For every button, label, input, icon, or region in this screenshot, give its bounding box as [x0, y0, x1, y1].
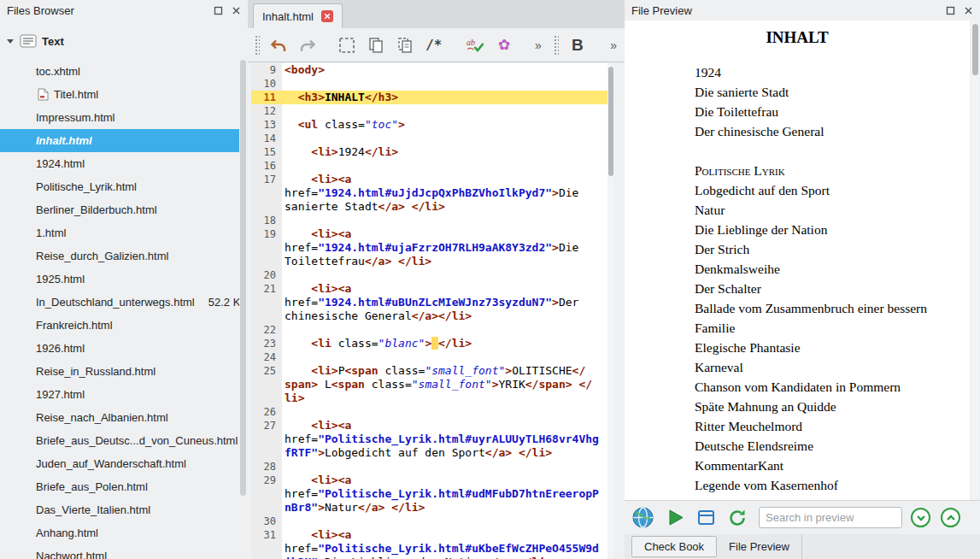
- file-item[interactable]: Reise_nach_Albanien.html: [0, 406, 239, 429]
- code-line[interactable]: 30: [251, 515, 607, 528]
- preview-toc-link[interactable]: Der Strich: [695, 239, 968, 259]
- search-input[interactable]: [759, 507, 902, 528]
- preview-toc-link[interactable]: Elegische Phantasie: [695, 338, 968, 357]
- file-item[interactable]: Anhang.html: [0, 521, 239, 544]
- code-line[interactable]: 15 <li>1924</li>: [251, 145, 607, 159]
- preview-toc-link[interactable]: Ballade vom Zusammenbruch einer bessern …: [695, 298, 968, 338]
- preview-toc-link[interactable]: Deutsche Elendsreime: [695, 436, 968, 456]
- preview-toc-link[interactable]: Chanson vom Kandidaten in Pommern: [695, 377, 968, 397]
- expand-arrow-icon[interactable]: [7, 39, 14, 44]
- code-line[interactable]: 18: [251, 214, 607, 227]
- file-item[interactable]: Impressum.html: [0, 106, 239, 129]
- code-line[interactable]: 17 <li><a href="1924.html#uJjdJcpQxPhBZV…: [251, 173, 607, 214]
- redo-button[interactable]: [296, 33, 320, 57]
- copy-button[interactable]: [364, 33, 388, 57]
- file-item[interactable]: Juden_auf_Wanderschaft.html: [0, 452, 239, 475]
- code-editor[interactable]: 9<body>10 11 <h3>INHALT</h3>12 13 <ul cl…: [251, 63, 607, 559]
- tab-check-book[interactable]: Check Book: [631, 536, 717, 557]
- tab-file-preview[interactable]: File Preview: [717, 534, 802, 559]
- preview-toc-link[interactable]: Der chinesische General: [695, 121, 968, 141]
- code-line[interactable]: 24: [251, 350, 607, 364]
- tab-inhalt-html[interactable]: Inhalt.html: [253, 3, 343, 28]
- close-icon[interactable]: [229, 3, 243, 17]
- code-line[interactable]: 22: [251, 323, 607, 337]
- file-item[interactable]: Reise_durch_Galizien.html: [0, 244, 239, 268]
- file-item[interactable]: Frankreich.html: [0, 314, 239, 337]
- marquee-selection-button[interactable]: [335, 33, 359, 57]
- undo-button[interactable]: [267, 33, 290, 57]
- toolbar-overflow-button[interactable]: »: [535, 38, 542, 52]
- file-item[interactable]: Nachwort.html: [0, 544, 239, 559]
- preview-toc-link[interactable]: Die Toilettefrau: [695, 102, 968, 121]
- preview-toc-link[interactable]: KommentarKant: [695, 456, 968, 475]
- browser-globe-button[interactable]: [631, 506, 654, 529]
- code-line[interactable]: 10: [251, 77, 607, 91]
- file-item[interactable]: 1925.html: [0, 268, 239, 291]
- file-item[interactable]: Inhalt.html: [0, 129, 239, 152]
- spellcheck-button[interactable]: ab: [463, 33, 487, 57]
- file-item[interactable]: Briefe_aus_Deutsc...d_von_Cuneus.html: [0, 429, 239, 452]
- preview-scrollbar[interactable]: [971, 22, 979, 498]
- file-item[interactable]: Reise_in_Russland.html: [0, 360, 239, 383]
- clone-button[interactable]: [393, 33, 417, 57]
- scrollbar-thumb[interactable]: [240, 60, 246, 496]
- file-item[interactable]: Das_Vierte_Italien.html: [0, 498, 239, 521]
- code-line[interactable]: 13 <ul class="toc">: [251, 118, 607, 132]
- bold-button[interactable]: B: [566, 33, 590, 57]
- code-line[interactable]: 21 <li><a href="1924.html#uBUnZLcMIeWJnz…: [251, 282, 607, 323]
- preview-toc-link[interactable]: Denkmalsweihe: [695, 259, 968, 279]
- preview-toc-link[interactable]: Die Lieblinge der Nation: [695, 220, 968, 239]
- code-line[interactable]: 25 <li>P<span class="small_font">OLITISC…: [251, 364, 607, 405]
- preview-toc-link[interactable]: Die sanierte Stadt: [695, 82, 968, 102]
- code-line[interactable]: 31 <li><a href="Politische_Lyrik.html#uK…: [251, 528, 607, 559]
- scrollbar-thumb[interactable]: [972, 24, 978, 75]
- preview-toc-link[interactable]: Späte Mahnung an Quidde: [695, 397, 968, 416]
- find-previous-button[interactable]: [941, 508, 960, 527]
- tree-root-text[interactable]: Text: [0, 29, 239, 53]
- code-line[interactable]: 26: [251, 405, 607, 419]
- file-item[interactable]: 1.html: [0, 221, 239, 244]
- preview-toc-link[interactable]: Karneval: [695, 357, 968, 377]
- float-icon[interactable]: [211, 3, 225, 17]
- scrollbar-thumb[interactable]: [608, 67, 613, 176]
- file-item[interactable]: Titel.html: [0, 83, 239, 106]
- file-item[interactable]: toc.xhtml: [0, 60, 239, 83]
- toolbar-handle[interactable]: [255, 35, 260, 56]
- editor-scrollbar[interactable]: [607, 64, 614, 557]
- float-icon[interactable]: [943, 3, 957, 17]
- comment-button[interactable]: /*: [422, 33, 446, 57]
- close-icon[interactable]: [961, 3, 975, 17]
- code-line[interactable]: 28: [251, 460, 607, 474]
- file-item[interactable]: 1926.html: [0, 337, 239, 360]
- file-item[interactable]: Briefe_aus_Polen.html: [0, 475, 239, 498]
- preview-toc-link[interactable]: Lobgedicht auf den Sport: [695, 180, 968, 200]
- inspect-window-button[interactable]: [696, 508, 716, 527]
- find-next-button[interactable]: [911, 508, 930, 527]
- preview-toc-link[interactable]: Ritter Meuchelmord: [695, 416, 968, 436]
- file-item[interactable]: 1924.html: [0, 152, 239, 175]
- code-line[interactable]: 16: [251, 159, 607, 173]
- code-line[interactable]: 29 <li><a href="Politische_Lyrik.html#ud…: [251, 474, 607, 515]
- run-button[interactable]: [665, 507, 686, 528]
- toolbar-overflow-button[interactable]: »: [610, 38, 617, 52]
- code-line[interactable]: 23 <li class="blanc"> </li>: [251, 337, 607, 350]
- code-line[interactable]: 12: [251, 104, 607, 118]
- preview-toc-link[interactable]: Natur: [695, 200, 968, 220]
- code-line[interactable]: 19 <li><a href="1924.html#ujaFzrzOH7RLH9…: [251, 227, 607, 268]
- code-line[interactable]: 11 <h3>INHALT</h3>: [251, 91, 607, 104]
- reload-button[interactable]: [726, 507, 748, 529]
- preview-toc-link[interactable]: Der Schalter: [695, 279, 968, 298]
- code-line[interactable]: 14: [251, 132, 607, 145]
- close-tab-icon[interactable]: [321, 10, 333, 22]
- toolbar-handle[interactable]: [554, 35, 559, 56]
- file-item[interactable]: 1927.html: [0, 383, 239, 406]
- code-line[interactable]: 27 <li><a href="Politische_Lyrik.html#uy…: [251, 419, 607, 460]
- files-scrollbar[interactable]: [239, 60, 247, 556]
- file-item[interactable]: Politische_Lyrik.html: [0, 175, 239, 198]
- file-item[interactable]: In_Deutschland_unterwegs.html52.2 KB: [0, 291, 239, 314]
- special-characters-button[interactable]: ✿: [492, 33, 516, 57]
- file-item[interactable]: Berliner_Bilderbuch.html: [0, 198, 239, 221]
- preview-toc-link[interactable]: Legende vom Kasernenhof: [695, 475, 968, 495]
- code-line[interactable]: 9<body>: [251, 63, 607, 77]
- code-line[interactable]: 20: [251, 268, 607, 282]
